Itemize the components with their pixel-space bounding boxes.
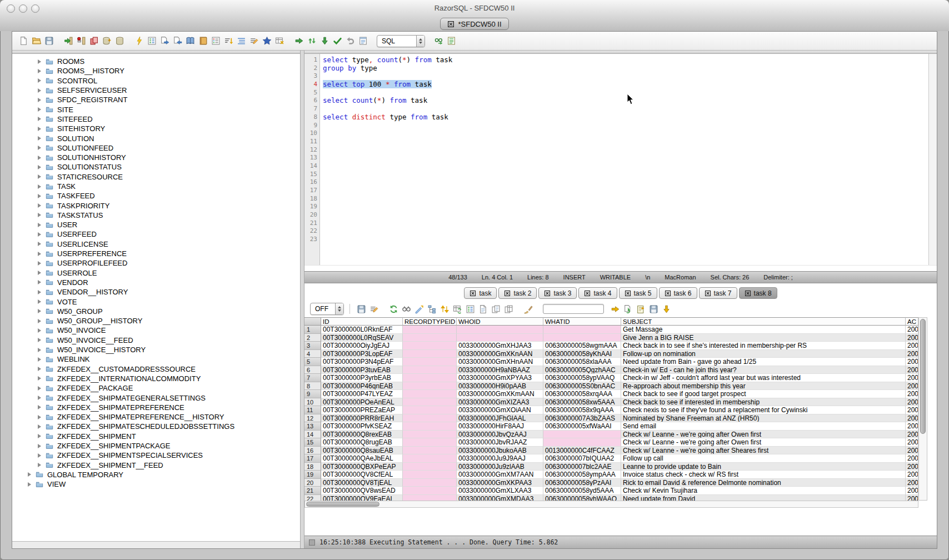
editor-line[interactable] xyxy=(323,122,928,130)
cell-whatid[interactable] xyxy=(543,326,621,334)
disclosure-triangle-icon[interactable] xyxy=(38,453,41,458)
disclosure-triangle-icon[interactable] xyxy=(38,444,41,448)
disclosure-triangle-icon[interactable] xyxy=(38,146,41,150)
result-tab-task-2[interactable]: task 2 xyxy=(498,287,537,299)
tab-close-icon[interactable] xyxy=(447,21,454,28)
editor-line[interactable] xyxy=(323,219,928,228)
cell-ac[interactable]: 200 xyxy=(906,479,918,487)
editor-horizontal-scrollbar[interactable] xyxy=(304,265,937,271)
cell-id[interactable]: 00T3000000L0RknEAF xyxy=(321,326,403,334)
cell-ac[interactable]: 200 xyxy=(906,431,918,439)
format-icon[interactable] xyxy=(236,35,247,47)
cell-whatid[interactable]: 006300000058wgmAAA xyxy=(543,342,621,350)
updown-icon[interactable] xyxy=(439,303,451,315)
table-row[interactable]: 1600T3000000Q8sauEAB0033000000JbukoAAB00… xyxy=(304,447,918,455)
table-row[interactable]: 700T3000000P3yrbEAB0033000000GmXPYAA3006… xyxy=(304,374,918,382)
tree-item-sitefeed[interactable]: SITEFEED xyxy=(12,114,300,124)
stepper-icon[interactable] xyxy=(335,303,343,314)
cell-recordtypeid[interactable] xyxy=(403,471,457,479)
editor-line[interactable]: select distinct type from task xyxy=(323,113,928,122)
column-header-ac[interactable]: AC xyxy=(906,317,918,326)
new-file-icon[interactable] xyxy=(18,35,29,47)
tree-item-view[interactable]: VIEW xyxy=(12,479,300,489)
edit-arrow-icon[interactable] xyxy=(413,303,425,315)
tree-item-vendor-history[interactable]: VENDOR__HISTORY xyxy=(12,287,300,297)
cell-whatid[interactable]: 006300000058yKhAAI xyxy=(543,350,621,358)
cell-whoid[interactable]: 0033000000GmXLXAA3 xyxy=(457,487,543,495)
table-row[interactable]: 1300T3000000PfvKSEAZ0033000000HirF8AAJ00… xyxy=(304,422,918,431)
import-icon[interactable] xyxy=(172,35,183,47)
tab-close-icon[interactable] xyxy=(665,290,671,297)
editor-line[interactable] xyxy=(323,187,928,195)
disclosure-triangle-icon[interactable] xyxy=(38,156,41,160)
go-gold-icon[interactable] xyxy=(610,303,621,315)
zoom-window-button[interactable] xyxy=(31,4,39,13)
page-icon[interactable] xyxy=(477,303,489,315)
refresh-icon[interactable] xyxy=(388,303,399,315)
export-icon[interactable] xyxy=(159,35,171,47)
cell-recordtypeid[interactable] xyxy=(403,358,457,366)
tree-item-selfserviceuser[interactable]: SELFSERVICEUSER xyxy=(12,86,300,95)
cell-recordtypeid[interactable] xyxy=(403,366,457,374)
table-row[interactable]: 1800T3000000QBXPeEAP0033000000Ju9zlAAB00… xyxy=(304,463,918,471)
disclosure-triangle-icon[interactable] xyxy=(38,194,41,198)
cell-id[interactable]: 00T3000000QV8wsEAD xyxy=(321,487,403,495)
table-row[interactable]: 1000T3000000POeAnEAL0033000000GmXIZAA300… xyxy=(304,398,918,407)
cell-subject[interactable]: Check w/ Leanne - we're going after Shea… xyxy=(621,447,906,455)
disclosure-triangle-icon[interactable] xyxy=(38,328,41,333)
tree-item-userfeed[interactable]: USERFEED xyxy=(12,229,300,239)
cell-whatid[interactable]: 006300000058ympAAA xyxy=(543,471,621,479)
tree-item-sfdc-registrant[interactable]: SFDC_REGISTRANT xyxy=(12,95,300,104)
row-limit-select[interactable]: OFF xyxy=(310,303,344,315)
disclosure-triangle-icon[interactable] xyxy=(38,59,41,64)
find-arrow-icon[interactable] xyxy=(433,35,444,47)
tree-item-zkfedex-shipmentspecialservices[interactable]: ZKFEDEX__SHIPMENTSPECIALSERVICES xyxy=(12,451,300,460)
cell-whoid[interactable]: 0033000000H9aNBAAZ xyxy=(457,366,543,374)
column-header-index[interactable] xyxy=(304,317,321,326)
disclosure-triangle-icon[interactable] xyxy=(38,348,41,352)
cell-ac[interactable]: 200 xyxy=(906,382,918,391)
results-search-input[interactable] xyxy=(543,304,604,314)
tree-item-solutionfeed[interactable]: SOLUTIONFEED xyxy=(12,143,300,153)
go-icon[interactable] xyxy=(293,35,305,47)
close-window-button[interactable] xyxy=(7,4,15,13)
cell-whoid[interactable]: 0033000000GmXMDAA3 xyxy=(457,495,543,501)
cell-recordtypeid[interactable] xyxy=(403,447,457,455)
disclosure-triangle-icon[interactable] xyxy=(38,117,41,121)
new-connection-icon[interactable] xyxy=(101,35,113,47)
cell-whoid[interactable]: 0033000000JFhGlAAL xyxy=(457,414,543,423)
cell-recordtypeid[interactable] xyxy=(403,422,457,431)
cell-whatid[interactable]: 006300000058xlaAAA xyxy=(543,358,621,366)
editor-line[interactable] xyxy=(323,138,928,146)
cell-whoid[interactable]: 0033000000GmXIZAA3 xyxy=(457,398,543,407)
column-header-whatid[interactable]: WHATID xyxy=(543,317,621,326)
tree-item-userpreference[interactable]: USERPREFERENCE xyxy=(12,249,300,258)
commit-icon[interactable] xyxy=(332,35,343,47)
cell-ac[interactable]: 200 xyxy=(906,374,918,382)
tree-item-userrole[interactable]: USERROLE xyxy=(12,268,300,278)
tree-item-taskpriority[interactable]: TASKPRIORITY xyxy=(12,201,300,210)
cell-whatid[interactable]: 006300000058xw5AAA xyxy=(543,398,621,407)
editor-line[interactable] xyxy=(323,227,928,236)
cell-id[interactable]: 00T3000000QV9FaEAL xyxy=(321,495,403,501)
table-row[interactable]: 1400T3000000Q8rexEAB0033000000JbvQzAAJCh… xyxy=(304,431,918,439)
cell-ac[interactable]: 200 xyxy=(906,398,918,407)
tree-item-task[interactable]: TASK xyxy=(12,182,300,191)
cell-recordtypeid[interactable] xyxy=(403,350,457,358)
save-file-icon[interactable] xyxy=(43,35,55,47)
disclosure-triangle-icon[interactable] xyxy=(38,386,41,391)
cell-whoid[interactable]: 0033000000GmXKPAA3 xyxy=(457,479,543,487)
notepad-icon[interactable] xyxy=(635,303,647,315)
tree-item-global-temporary[interactable]: GLOBAL TEMPORARY xyxy=(12,470,300,479)
panel-splitter[interactable] xyxy=(301,51,304,548)
cell-whoid[interactable]: 0033000000JbukoAAB xyxy=(457,447,543,455)
tree-item-solution[interactable]: SOLUTION xyxy=(12,133,300,143)
tree-item-rooms-history[interactable]: ROOMS__HISTORY xyxy=(12,66,300,76)
cell-whatid[interactable]: 006300000058yPzAAI xyxy=(543,479,621,487)
cell-whoid[interactable] xyxy=(457,326,543,334)
open-file-icon[interactable] xyxy=(31,35,42,47)
cell-id[interactable]: 00T3000000P47LYEAZ xyxy=(321,390,403,398)
tree-item-userprofilefeed[interactable]: USERPROFILEFEED xyxy=(12,258,300,268)
tree-item-vote[interactable]: VOTE xyxy=(12,297,300,306)
tree-item-rooms[interactable]: ROOMS xyxy=(12,57,300,66)
